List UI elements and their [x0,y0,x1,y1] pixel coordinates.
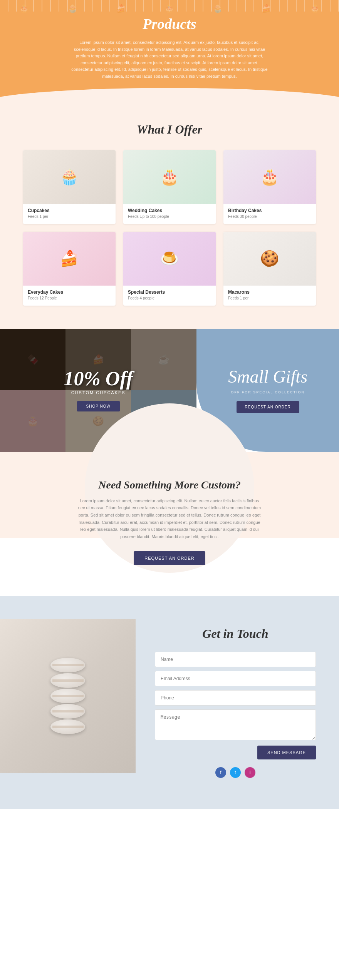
promo-right-subtitle: OFF FOR SPECIAL COLLECTION [231,390,305,394]
custom-description: Lorem ipsum dolor sit amet, consectetur … [77,497,262,540]
promo-request-button[interactable]: REQUEST AN ORDER [237,401,299,413]
macarons-image: 🍪 [223,232,316,286]
product-desc-cupcakes: Feeds 1 per [28,214,111,219]
custom-section: Need Something More Custom? Lorem ipsum … [0,452,339,596]
product-card-special[interactable]: 🍮 Special Desserts Feeds 4 people [123,232,216,306]
macaron-stack [50,658,85,734]
special-image: 🍮 [123,232,216,286]
custom-title: Need Something More Custom? [23,479,316,491]
form-submit-row: SEND MESSAGE [155,746,316,759]
product-card-everyday[interactable]: 🍰 Everyday Cakes Feeds 12 People [23,232,116,306]
product-name-wedding: Wedding Cakes [128,208,211,213]
custom-inner: Need Something More Custom? Lorem ipsum … [23,479,316,565]
shop-now-button[interactable]: SHOP NOW [77,401,120,411]
macaron-2 [50,673,85,688]
hero-decorations: 🎂🧁🍰🎂🧁🍰🎂 [0,4,339,13]
product-name-birthday: Birthday Cakes [228,208,311,213]
social-icons: f t i [155,767,316,778]
macaron-3 [50,689,85,703]
product-name-macarons: Macarons [228,289,311,295]
name-input[interactable] [155,652,316,667]
product-card-cupcakes[interactable]: 🧁 Cupcakes Feeds 1 per [23,150,116,224]
contact-section: Get in Touch SEND MESSAGE f t i [0,596,339,809]
promo-discount: 10% Off [64,369,133,389]
macaron-4 [50,704,85,719]
macaron-5 [50,719,85,734]
hero-title: Products [8,15,331,32]
product-card-wedding[interactable]: 🎂 Wedding Cakes Feeds Up to 100 people [123,150,216,224]
cupcakes-image: 🧁 [23,150,116,204]
product-name-everyday: Everyday Cakes [28,289,111,295]
hero-description: Lorem ipsum dolor sit amet, consectetur … [69,39,270,80]
product-desc-macarons: Feeds 1 per [228,296,311,300]
product-desc-everyday: Feeds 12 People [28,296,111,300]
contact-form-area: Get in Touch SEND MESSAGE f t i [136,619,339,786]
product-desc-wedding: Feeds Up to 100 people [128,214,211,219]
product-card-birthday[interactable]: 🎂 Birthday Cakes Feeds 30 people [223,150,316,224]
email-input[interactable] [155,671,316,686]
offer-section: What I Offer 🧁 Cupcakes Feeds 1 per 🎂 We… [0,103,339,329]
product-name-special: Special Desserts [128,289,211,295]
wedding-image: 🎂 [123,150,216,204]
macaron-1 [50,658,85,672]
contact-form: SEND MESSAGE [155,652,316,759]
phone-input[interactable] [155,690,316,706]
product-card-macarons[interactable]: 🍪 Macarons Feeds 1 per [223,232,316,306]
message-textarea[interactable] [155,709,316,740]
product-desc-birthday: Feeds 30 people [228,214,311,219]
hero-section: 🎂🧁🍰🎂🧁🍰🎂 Products Lorem ipsum dolor sit a… [0,0,339,103]
contact-title: Get in Touch [155,627,316,641]
products-grid: 🧁 Cupcakes Feeds 1 per 🎂 Wedding Cakes F… [23,150,316,306]
macaron-image [0,619,136,773]
contact-image-area [0,619,136,773]
instagram-icon[interactable]: i [245,767,255,778]
promo-subtitle: CUSTOM CUPCAKES [71,390,126,395]
everyday-image: 🍰 [23,232,116,286]
custom-request-button[interactable]: REQUEST AN ORDER [134,551,205,565]
product-desc-special: Feeds 4 people [128,296,211,300]
facebook-icon[interactable]: f [215,767,226,778]
offer-section-title: What I Offer [23,122,316,137]
birthday-image: 🎂 [223,150,316,204]
send-message-button[interactable]: SEND MESSAGE [257,746,316,759]
product-name-cupcakes: Cupcakes [28,208,111,213]
twitter-icon[interactable]: t [230,767,241,778]
promo-right-title: Small Gifts [228,367,307,387]
